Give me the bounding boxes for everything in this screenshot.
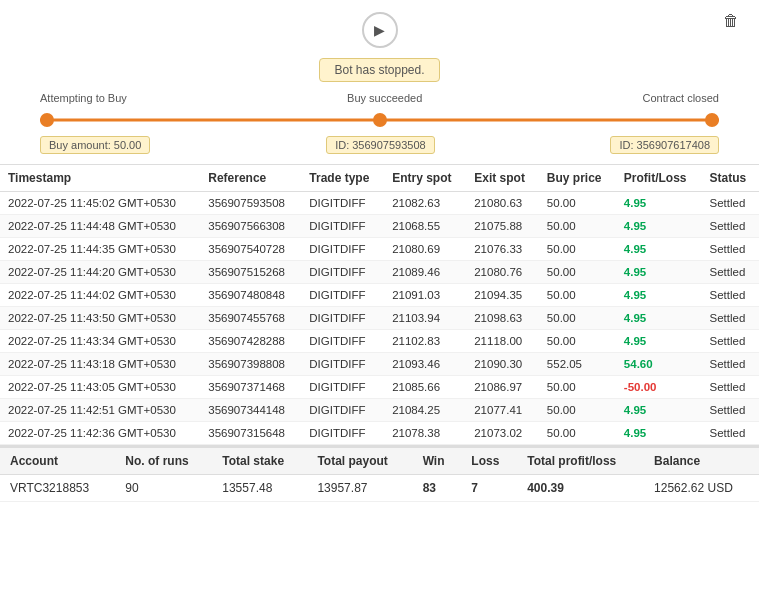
cell-2: DIGITDIFF bbox=[301, 353, 384, 376]
col-status: Status bbox=[702, 165, 759, 192]
col-entry-spot: Entry spot bbox=[384, 165, 466, 192]
dot-start bbox=[40, 113, 54, 127]
progress-labels: Attempting to Buy Buy succeeded Contract… bbox=[40, 92, 719, 104]
footer-data-row: VRTC3218853 90 13557.48 13957.87 83 7 40… bbox=[0, 475, 759, 502]
cell-0: 2022-07-25 11:43:05 GMT+0530 bbox=[0, 376, 200, 399]
cell-status: Settled bbox=[702, 376, 759, 399]
cell-3: 21068.55 bbox=[384, 215, 466, 238]
cell-profit: 4.95 bbox=[616, 192, 702, 215]
cell-status: Settled bbox=[702, 215, 759, 238]
cell-profit: 4.95 bbox=[616, 215, 702, 238]
cell-1: 356907344148 bbox=[200, 399, 301, 422]
cell-5: 50.00 bbox=[539, 422, 616, 445]
progress-dots bbox=[40, 113, 719, 127]
cell-0: 2022-07-25 11:42:36 GMT+0530 bbox=[0, 422, 200, 445]
col-profit-loss: Profit/Loss bbox=[616, 165, 702, 192]
status-pill: Bot has stopped. bbox=[319, 58, 439, 82]
table-row: 2022-07-25 11:44:48 GMT+0530356907566308… bbox=[0, 215, 759, 238]
cell-2: DIGITDIFF bbox=[301, 399, 384, 422]
cell-5: 50.00 bbox=[539, 307, 616, 330]
cell-0: 2022-07-25 11:43:50 GMT+0530 bbox=[0, 307, 200, 330]
cell-profit: 4.95 bbox=[616, 261, 702, 284]
cell-0: 2022-07-25 11:44:02 GMT+0530 bbox=[0, 284, 200, 307]
trades-table-wrapper[interactable]: Timestamp Reference Trade type Entry spo… bbox=[0, 164, 759, 446]
footer-account: VRTC3218853 bbox=[0, 475, 115, 502]
cell-profit: 4.95 bbox=[616, 330, 702, 353]
cell-1: 356907315648 bbox=[200, 422, 301, 445]
cell-2: DIGITDIFF bbox=[301, 215, 384, 238]
cell-1: 356907566308 bbox=[200, 215, 301, 238]
cell-status: Settled bbox=[702, 353, 759, 376]
progress-annotations: Buy amount: 50.00 ID: 356907593508 ID: 3… bbox=[40, 136, 719, 154]
footer-col-profit: Total profit/loss bbox=[517, 447, 644, 475]
cell-status: Settled bbox=[702, 399, 759, 422]
cell-1: 356907455768 bbox=[200, 307, 301, 330]
cell-3: 21102.83 bbox=[384, 330, 466, 353]
cell-status: Settled bbox=[702, 330, 759, 353]
cell-2: DIGITDIFF bbox=[301, 284, 384, 307]
cell-0: 2022-07-25 11:45:02 GMT+0530 bbox=[0, 192, 200, 215]
cell-5: 50.00 bbox=[539, 261, 616, 284]
table-row: 2022-07-25 11:43:18 GMT+0530356907398808… bbox=[0, 353, 759, 376]
cell-4: 21080.76 bbox=[466, 261, 539, 284]
cell-5: 50.00 bbox=[539, 215, 616, 238]
table-header-row: Timestamp Reference Trade type Entry spo… bbox=[0, 165, 759, 192]
cell-5: 50.00 bbox=[539, 399, 616, 422]
table-row: 2022-07-25 11:44:20 GMT+0530356907515268… bbox=[0, 261, 759, 284]
col-reference: Reference bbox=[200, 165, 301, 192]
cell-4: 21076.33 bbox=[466, 238, 539, 261]
cell-status: Settled bbox=[702, 284, 759, 307]
cell-3: 21089.46 bbox=[384, 261, 466, 284]
annotation-id-mid: ID: 356907593508 bbox=[326, 136, 435, 154]
footer-stake: 13557.48 bbox=[212, 475, 307, 502]
cell-profit: 4.95 bbox=[616, 307, 702, 330]
label-attempting: Attempting to Buy bbox=[40, 92, 127, 104]
footer-balance: 12562.62 USD bbox=[644, 475, 759, 502]
footer-col-loss: Loss bbox=[461, 447, 517, 475]
cell-0: 2022-07-25 11:43:18 GMT+0530 bbox=[0, 353, 200, 376]
cell-3: 21085.66 bbox=[384, 376, 466, 399]
label-succeeded: Buy succeeded bbox=[347, 92, 422, 104]
play-button[interactable]: ▶ bbox=[362, 12, 398, 48]
cell-5: 50.00 bbox=[539, 238, 616, 261]
table-row: 2022-07-25 11:44:02 GMT+0530356907480848… bbox=[0, 284, 759, 307]
footer-col-stake: Total stake bbox=[212, 447, 307, 475]
cell-5: 50.00 bbox=[539, 192, 616, 215]
cell-3: 21078.38 bbox=[384, 422, 466, 445]
table-row: 2022-07-25 11:42:51 GMT+0530356907344148… bbox=[0, 399, 759, 422]
footer-col-balance: Balance bbox=[644, 447, 759, 475]
cell-1: 356907515268 bbox=[200, 261, 301, 284]
cell-2: DIGITDIFF bbox=[301, 307, 384, 330]
cell-5: 50.00 bbox=[539, 330, 616, 353]
cell-4: 21086.97 bbox=[466, 376, 539, 399]
col-trade-type: Trade type bbox=[301, 165, 384, 192]
table-row: 2022-07-25 11:44:35 GMT+0530356907540728… bbox=[0, 238, 759, 261]
table-row: 2022-07-25 11:45:02 GMT+0530356907593508… bbox=[0, 192, 759, 215]
footer-runs: 90 bbox=[115, 475, 212, 502]
cell-3: 21091.03 bbox=[384, 284, 466, 307]
footer-col-payout: Total payout bbox=[307, 447, 412, 475]
cell-1: 356907428288 bbox=[200, 330, 301, 353]
progress-section: Attempting to Buy Buy succeeded Contract… bbox=[0, 92, 759, 154]
footer-col-account: Account bbox=[0, 447, 115, 475]
footer-profit: 400.39 bbox=[517, 475, 644, 502]
table-row: 2022-07-25 11:43:34 GMT+0530356907428288… bbox=[0, 330, 759, 353]
cell-3: 21084.25 bbox=[384, 399, 466, 422]
cell-4: 21073.02 bbox=[466, 422, 539, 445]
footer-payout: 13957.87 bbox=[307, 475, 412, 502]
cell-2: DIGITDIFF bbox=[301, 192, 384, 215]
cell-3: 21082.63 bbox=[384, 192, 466, 215]
dot-mid bbox=[373, 113, 387, 127]
cell-2: DIGITDIFF bbox=[301, 376, 384, 399]
footer-loss: 7 bbox=[461, 475, 517, 502]
trash-button[interactable]: 🗑 bbox=[723, 12, 739, 30]
col-timestamp: Timestamp bbox=[0, 165, 200, 192]
cell-2: DIGITDIFF bbox=[301, 238, 384, 261]
cell-profit: 4.95 bbox=[616, 284, 702, 307]
cell-1: 356907398808 bbox=[200, 353, 301, 376]
cell-4: 21094.35 bbox=[466, 284, 539, 307]
status-banner: Bot has stopped. bbox=[0, 58, 759, 82]
cell-3: 21080.69 bbox=[384, 238, 466, 261]
cell-1: 356907593508 bbox=[200, 192, 301, 215]
cell-profit: 54.60 bbox=[616, 353, 702, 376]
